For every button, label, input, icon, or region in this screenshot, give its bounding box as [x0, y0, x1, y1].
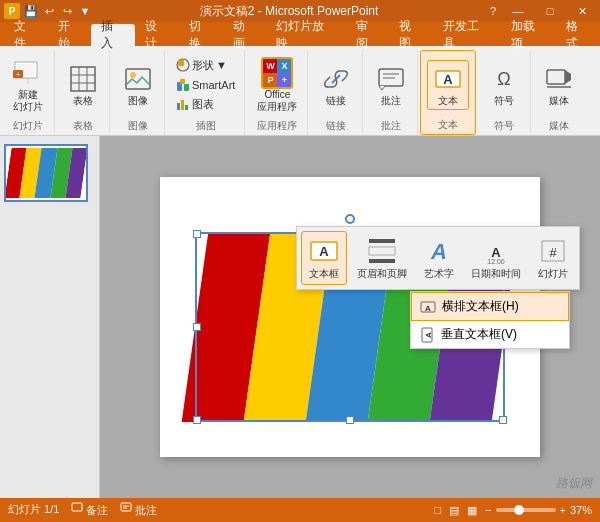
image-btn[interactable]: 图像: [118, 61, 158, 109]
symbol-btn[interactable]: Ω 符号: [484, 61, 524, 109]
popup-wordart-btn[interactable]: A 艺术字: [417, 232, 461, 284]
office-apps-icon: W X P +: [261, 57, 293, 89]
svg-rect-18: [181, 100, 184, 110]
text-btn[interactable]: A 文本: [427, 60, 469, 110]
popup-wordart-label: 艺术字: [424, 267, 454, 281]
handle-top-left[interactable]: [193, 230, 201, 238]
horizontal-textbox-icon: A: [420, 299, 436, 315]
view-reading-btn[interactable]: ▦: [467, 504, 477, 517]
zoom-slider[interactable]: [496, 508, 556, 512]
rotate-handle[interactable]: [345, 214, 355, 224]
svg-text:A: A: [430, 239, 447, 264]
ribbon-group-table-content: 表格: [63, 50, 103, 119]
popup-headerfooter-btn[interactable]: 页眉和页脚: [351, 232, 413, 284]
status-left: 幻灯片 1/1 备注 批注: [8, 502, 157, 518]
image-label: 图像: [128, 95, 148, 107]
svg-point-11: [130, 72, 136, 78]
customize-quick-btn[interactable]: ▼: [78, 4, 92, 18]
svg-rect-13: [178, 60, 184, 66]
svg-rect-10: [126, 69, 150, 89]
svg-rect-33: [369, 259, 395, 263]
smartart-label: SmartArt: [192, 79, 235, 91]
svg-marker-27: [565, 70, 571, 84]
view-normal-btn[interactable]: □: [434, 504, 441, 516]
comments-icon: [375, 63, 407, 95]
ribbon-group-links-content: 链接: [316, 50, 356, 119]
comments-btn[interactable]: 批注: [371, 61, 411, 109]
handle-bottom-middle[interactable]: [346, 416, 354, 424]
new-slide-btn[interactable]: + 新建幻灯片: [8, 55, 48, 115]
redo-quick-btn[interactable]: ↪: [60, 4, 74, 18]
status-right: □ ▤ ▦ − + 37%: [434, 504, 592, 517]
svg-rect-19: [185, 105, 188, 110]
media-icon: [543, 63, 575, 95]
svg-rect-32: [369, 247, 395, 255]
text-popup: A 文本框 页眉和页脚 A: [296, 226, 580, 290]
tab-file[interactable]: 文件: [4, 24, 48, 46]
window-title: 演示文稿2 - Microsoft PowerPoint: [92, 3, 486, 20]
media-label: 媒体: [549, 95, 569, 107]
vertical-textbox-item[interactable]: A 垂直文本框(V): [411, 321, 569, 348]
table-btn[interactable]: 表格: [63, 61, 103, 109]
svg-text:12:00: 12:00: [487, 258, 505, 265]
ribbon-group-table: 表格 表格: [57, 50, 110, 135]
app-icon: P: [4, 3, 20, 19]
tab-design[interactable]: 设计: [135, 24, 179, 46]
vertical-textbox-label: 垂直文本框(V): [441, 326, 517, 343]
popup-slidenum-label: 幻灯片: [538, 267, 568, 281]
tab-addins[interactable]: 加载项: [501, 24, 557, 46]
zoom-in-btn[interactable]: +: [560, 504, 566, 516]
help-btn[interactable]: ?: [486, 4, 500, 18]
popup-textbox-icon: A: [308, 235, 340, 267]
ribbon-group-media-content: 媒体: [539, 50, 579, 119]
tab-start[interactable]: 开始: [48, 24, 92, 46]
watermark: 路饭网: [556, 475, 592, 492]
tab-developer[interactable]: 开发工具: [433, 24, 500, 46]
links-icon: [320, 63, 352, 95]
svg-text:A: A: [319, 244, 329, 259]
svg-rect-44: [121, 503, 131, 511]
ribbon-group-slides-label: 幻灯片: [13, 119, 43, 135]
tab-transition[interactable]: 切换: [179, 24, 223, 46]
slide-thumbnail[interactable]: [4, 144, 88, 202]
ribbon-group-comments-label: 批注: [381, 119, 401, 135]
ribbon-group-office-apps-content: W X P + Office应用程序: [253, 50, 301, 119]
handle-middle-left[interactable]: [193, 323, 201, 331]
popup-datetime-btn[interactable]: A 12:00 日期和时间: [465, 232, 527, 284]
tab-format[interactable]: 格式: [556, 24, 600, 46]
links-btn[interactable]: 链接: [316, 61, 356, 109]
ribbon-group-illustration-label: 插图: [196, 119, 216, 135]
tab-animation[interactable]: 动画: [223, 24, 267, 46]
zoom-level[interactable]: 37%: [570, 504, 592, 516]
tab-review[interactable]: 审阅: [346, 24, 390, 46]
tab-view[interactable]: 视图: [389, 24, 433, 46]
smartart-btn[interactable]: SmartArt: [173, 76, 238, 94]
slide-info: 幻灯片 1/1: [8, 502, 59, 518]
handle-bottom-left[interactable]: [193, 416, 201, 424]
zoom-slider-thumb: [514, 505, 524, 515]
备注-btn[interactable]: 备注: [71, 502, 108, 518]
shapes-btn[interactable]: 形状 ▼: [173, 56, 238, 75]
view-slide-btn[interactable]: ▤: [449, 504, 459, 517]
tab-insert[interactable]: 插入: [91, 24, 135, 46]
ribbon-group-text-label: 文本: [438, 118, 458, 134]
comments-status-btn[interactable]: 批注: [120, 502, 157, 518]
handle-bottom-right[interactable]: [499, 416, 507, 424]
ribbon-tabs: 文件 开始 插入 设计 切换 动画 幻灯片放映 审阅 视图 开发工具 加载项 格…: [0, 22, 600, 46]
undo-quick-btn[interactable]: ↩: [42, 4, 56, 18]
popup-slidenum-btn[interactable]: # 幻灯片: [531, 232, 575, 284]
svg-text:#: #: [549, 245, 557, 260]
chart-btn[interactable]: 图表: [173, 95, 238, 114]
popup-textbox-btn[interactable]: A 文本框: [301, 231, 347, 285]
zoom-out-btn[interactable]: −: [485, 504, 491, 516]
ribbon-group-symbol: Ω 符号 符号: [478, 50, 531, 135]
ribbon-group-links: 链接 链接: [310, 50, 363, 135]
save-quick-btn[interactable]: 💾: [24, 4, 38, 18]
popup-datetime-label: 日期和时间: [471, 267, 521, 281]
popup-headerfooter-icon: [366, 235, 398, 267]
tab-slideshow[interactable]: 幻灯片放映: [266, 24, 345, 46]
horizontal-textbox-item[interactable]: A 横排文本框(H): [411, 292, 569, 321]
office-apps-btn[interactable]: W X P + Office应用程序: [253, 55, 301, 115]
ribbon-group-image-content: 图像: [118, 50, 158, 119]
media-btn[interactable]: 媒体: [539, 61, 579, 109]
